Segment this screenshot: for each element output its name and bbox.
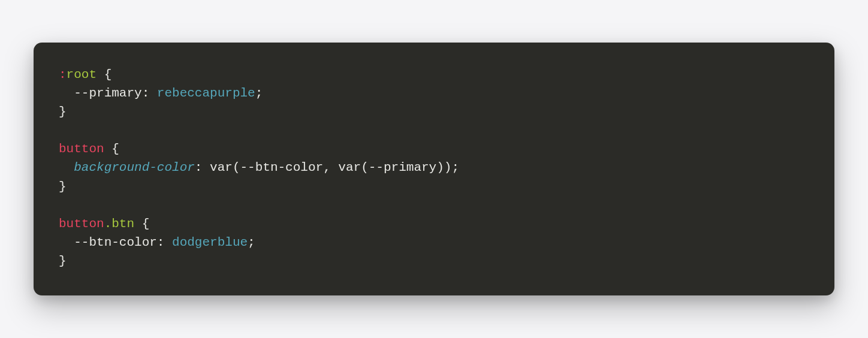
css-fn: var — [210, 161, 233, 174]
css-value: dodgerblue — [172, 236, 248, 249]
brace-close: } — [59, 254, 67, 268]
selector-tag: button — [59, 142, 104, 156]
css-var-name: --btn-color — [240, 161, 324, 174]
css-fn: var — [338, 161, 361, 174]
brace-open: { — [104, 68, 112, 82]
selector-tag: button — [59, 217, 104, 231]
brace-open: { — [142, 217, 150, 231]
css-property: background-color — [74, 161, 195, 174]
brace-open: { — [111, 142, 119, 156]
code-content: :root { --primary: rebeccapurple; } butt… — [59, 65, 809, 270]
selector-pseudo: : — [59, 68, 67, 82]
brace-close: } — [59, 180, 67, 194]
brace-close: } — [59, 105, 67, 119]
code-block: :root { --primary: rebeccapurple; } butt… — [34, 43, 834, 295]
css-property: --btn-color — [74, 236, 157, 249]
css-property: --primary — [74, 86, 141, 100]
css-value: rebeccapurple — [157, 86, 255, 100]
selector-class: .btn — [104, 217, 134, 231]
selector-name: root — [67, 68, 97, 82]
css-var-name: --primary — [369, 161, 436, 174]
